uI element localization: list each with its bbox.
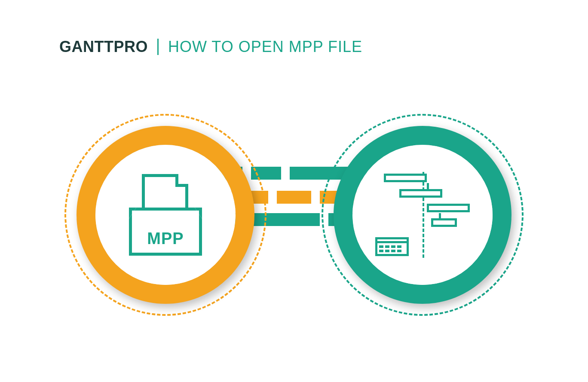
calendar-cell [391, 245, 395, 248]
mpp-box: MPP [129, 208, 202, 256]
mpp-fold-corner [175, 174, 188, 187]
header-divider [157, 39, 159, 55]
calendar-cell [379, 250, 383, 252]
gantt-axis [423, 172, 424, 258]
gantt-bar [384, 174, 427, 182]
gantt-bar [427, 204, 470, 212]
calendar-cell [397, 245, 401, 248]
mpp-box-flap [129, 208, 202, 219]
left-node: MPP [64, 114, 266, 316]
connector-segment [277, 191, 311, 204]
calendar-cell [379, 245, 383, 248]
calendar-cell [385, 245, 389, 248]
gantt-chart-icon [375, 172, 470, 258]
calendar-cell [385, 250, 389, 252]
gantt-tick [427, 183, 429, 189]
logo-text: GANTTPRO [59, 38, 148, 56]
diagram-stage: MPP [0, 86, 588, 327]
calendar-cell [397, 250, 401, 252]
calendar-header [375, 237, 409, 243]
right-node [322, 114, 524, 316]
left-node-content: MPP [95, 145, 236, 285]
gantt-bar [399, 189, 442, 198]
page-title: HOW TO OPEN MPP FILE [168, 38, 362, 56]
page-header: GANTTPRO HOW TO OPEN MPP FILE [59, 38, 362, 56]
calendar-cell [391, 250, 395, 252]
calendar-icon [375, 237, 409, 256]
gantt-bar [431, 218, 457, 227]
mpp-file-icon: MPP [129, 174, 202, 256]
right-node-content [352, 145, 493, 285]
mpp-label: MPP [132, 229, 199, 248]
